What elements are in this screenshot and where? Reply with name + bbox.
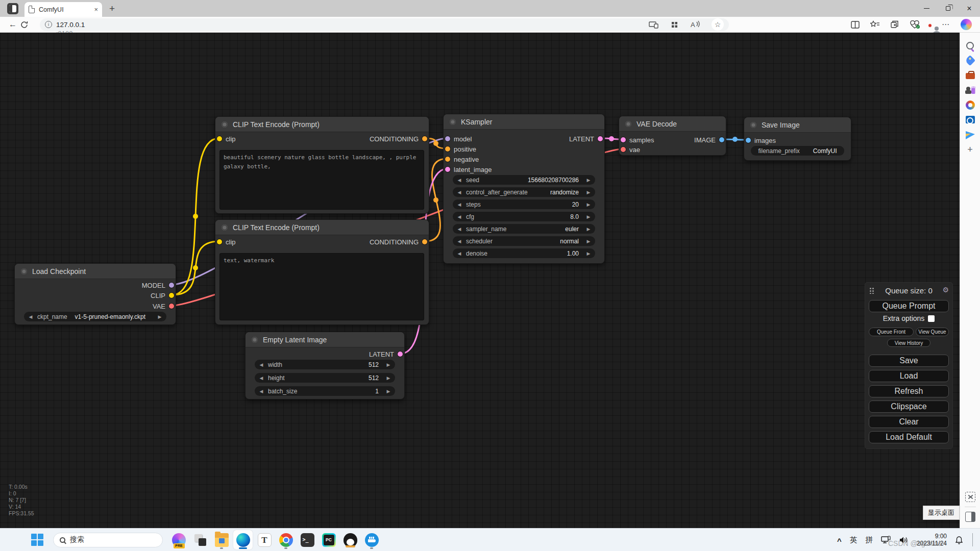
sidebar-web-capture-icon[interactable] bbox=[965, 492, 975, 502]
output-port-latent[interactable]: LATENT bbox=[369, 349, 403, 359]
decrement-arrow-icon[interactable]: ◀ bbox=[453, 202, 466, 207]
url-text[interactable]: 127.0.0.1:8188 bbox=[56, 21, 85, 29]
link-dot[interactable] bbox=[193, 265, 198, 270]
input-port-positive[interactable]: positive bbox=[445, 144, 476, 154]
site-info-icon[interactable]: i bbox=[45, 21, 52, 28]
ime-pinyin-indicator[interactable]: 拼 bbox=[865, 535, 873, 545]
node-clip-text-encode-negative[interactable]: CLIP Text Encode (Prompt) clip CONDITION… bbox=[215, 219, 429, 325]
increment-arrow-icon[interactable]: ▶ bbox=[382, 362, 395, 367]
link-dot[interactable] bbox=[609, 136, 614, 141]
node-save-image[interactable]: Save Image images filename_prefix ComfyU… bbox=[744, 117, 851, 161]
widget-steps[interactable]: ◀steps20▶ bbox=[453, 199, 595, 209]
node-vae-decode[interactable]: VAE Decode samples vae IMAGE bbox=[619, 116, 726, 156]
taskbar-pycharm[interactable]: PC bbox=[319, 530, 338, 549]
sidebar-tools-icon[interactable] bbox=[965, 70, 975, 81]
link-dot[interactable] bbox=[193, 214, 198, 219]
output-port-conditioning[interactable]: CONDITIONING bbox=[370, 237, 427, 247]
clipspace-button[interactable]: Clipspace bbox=[869, 400, 949, 413]
taskbar-docker[interactable] bbox=[362, 530, 381, 549]
load-default-button[interactable]: Load Default bbox=[869, 431, 949, 443]
ime-language-indicator[interactable]: 英 bbox=[850, 535, 857, 545]
taskbar-chrome[interactable] bbox=[276, 530, 296, 549]
decrement-arrow-icon[interactable]: ◀ bbox=[255, 389, 268, 394]
queue-panel[interactable]: Queue size: 0 ⚙ Queue Prompt Extra optio… bbox=[865, 282, 953, 449]
input-port-samples[interactable]: samples bbox=[621, 135, 654, 145]
input-port-images[interactable]: images bbox=[746, 135, 776, 145]
copilot-icon[interactable] bbox=[961, 19, 972, 30]
increment-arrow-icon[interactable]: ▶ bbox=[582, 227, 595, 232]
link-dot[interactable] bbox=[732, 137, 738, 142]
network-icon[interactable] bbox=[881, 536, 891, 544]
view-history-button[interactable]: View History bbox=[887, 339, 930, 347]
clear-button[interactable]: Clear bbox=[869, 416, 949, 428]
node-empty-latent-image[interactable]: Empty Latent Image LATENT ◀width512▶ ◀he… bbox=[245, 332, 405, 399]
browser-essentials-icon[interactable] bbox=[910, 20, 920, 29]
widget-width[interactable]: ◀width512▶ bbox=[255, 360, 395, 369]
settings-gear-icon[interactable]: ⚙ bbox=[942, 286, 949, 294]
taskbar-search[interactable]: 搜索 bbox=[53, 533, 163, 547]
output-port-conditioning[interactable]: CONDITIONING bbox=[370, 134, 427, 144]
link-dot[interactable] bbox=[433, 197, 438, 203]
address-bar[interactable]: i 127.0.0.1:8188 A ☆ bbox=[40, 18, 729, 31]
input-port-model[interactable]: model bbox=[445, 134, 472, 144]
notifications-bell-icon[interactable] bbox=[955, 536, 963, 544]
widget-control-after-generate[interactable]: ◀control_after_generaterandomize▶ bbox=[453, 187, 595, 197]
input-port-negative[interactable]: negative bbox=[445, 154, 479, 164]
link-dot[interactable] bbox=[433, 141, 438, 146]
widget-filename-prefix[interactable]: filename_prefix ComfyUI bbox=[751, 146, 844, 156]
decrement-arrow-icon[interactable]: ◀ bbox=[255, 375, 268, 381]
node-title-bar[interactable]: Load Checkpoint bbox=[15, 264, 176, 279]
prompt-textarea[interactable]: text, watermark bbox=[219, 253, 424, 320]
extra-options-checkbox[interactable] bbox=[928, 315, 935, 322]
sidebar-search-icon[interactable] bbox=[965, 41, 975, 51]
drag-handle-icon[interactable] bbox=[869, 287, 874, 294]
increment-arrow-icon[interactable]: ▶ bbox=[582, 214, 595, 219]
device-cast-icon[interactable] bbox=[649, 21, 659, 29]
decrement-arrow-icon[interactable]: ◀ bbox=[24, 314, 37, 319]
decrement-arrow-icon[interactable]: ◀ bbox=[453, 227, 466, 232]
refresh-button[interactable] bbox=[20, 21, 36, 29]
input-port-clip[interactable]: clip bbox=[217, 134, 236, 144]
settings-more-icon[interactable]: ⋯ bbox=[942, 20, 950, 29]
collections-icon[interactable] bbox=[891, 20, 899, 29]
tray-expand-icon[interactable]: ^ bbox=[837, 537, 842, 545]
taskbar-copilot[interactable]: PRE bbox=[169, 530, 188, 549]
increment-arrow-icon[interactable]: ▶ bbox=[153, 314, 166, 319]
queue-prompt-button[interactable]: Queue Prompt bbox=[869, 300, 949, 312]
tray-clock[interactable]: 9:00 2023/11/24 bbox=[917, 533, 947, 547]
refresh-button[interactable]: Refresh bbox=[869, 385, 949, 397]
decrement-arrow-icon[interactable]: ◀ bbox=[453, 251, 466, 256]
queue-front-button[interactable]: Queue Front bbox=[869, 328, 914, 336]
volume-icon[interactable] bbox=[899, 536, 909, 544]
widget-height[interactable]: ◀height512▶ bbox=[255, 373, 395, 383]
widget-sampler-name[interactable]: ◀sampler_nameeuler▶ bbox=[453, 224, 595, 234]
increment-arrow-icon[interactable]: ▶ bbox=[582, 178, 595, 183]
sidebar-office-icon[interactable] bbox=[965, 100, 975, 110]
close-button[interactable]: × bbox=[959, 0, 980, 17]
node-ksampler[interactable]: KSampler model positive negative latent_… bbox=[443, 114, 605, 264]
minimize-button[interactable] bbox=[916, 0, 937, 17]
decrement-arrow-icon[interactable]: ◀ bbox=[453, 239, 466, 244]
split-screen-icon[interactable] bbox=[851, 21, 860, 29]
sidebar-add-icon[interactable]: + bbox=[965, 144, 975, 155]
prompt-textarea[interactable]: beautiful scenery nature glass bottle la… bbox=[219, 150, 424, 210]
sidebar-drop-icon[interactable] bbox=[965, 130, 975, 140]
comfyui-canvas[interactable]: Load Checkpoint MODEL CLIP VAE ◀ ckpt_na… bbox=[0, 33, 960, 528]
input-port-vae[interactable]: vae bbox=[621, 144, 640, 155]
widget-scheduler[interactable]: ◀schedulernormal▶ bbox=[453, 236, 595, 246]
new-tab-button[interactable]: + bbox=[109, 4, 115, 14]
view-queue-button[interactable]: View Queue bbox=[916, 328, 949, 336]
output-port-image[interactable]: IMAGE bbox=[694, 135, 724, 145]
node-title-bar[interactable]: CLIP Text Encode (Prompt) bbox=[215, 117, 429, 132]
input-port-clip[interactable]: clip bbox=[217, 237, 236, 247]
taskbar-qq[interactable] bbox=[340, 530, 360, 549]
show-desktop-edge[interactable] bbox=[972, 533, 973, 546]
increment-arrow-icon[interactable]: ▶ bbox=[582, 239, 595, 244]
output-port-vae[interactable]: VAE bbox=[153, 301, 174, 311]
increment-arrow-icon[interactable]: ▶ bbox=[382, 375, 395, 381]
sidebar-games-icon[interactable] bbox=[965, 85, 975, 95]
output-port-clip[interactable]: CLIP bbox=[151, 290, 174, 300]
node-title-bar[interactable]: Save Image bbox=[744, 117, 851, 133]
increment-arrow-icon[interactable]: ▶ bbox=[382, 389, 395, 394]
increment-arrow-icon[interactable]: ▶ bbox=[582, 251, 595, 256]
